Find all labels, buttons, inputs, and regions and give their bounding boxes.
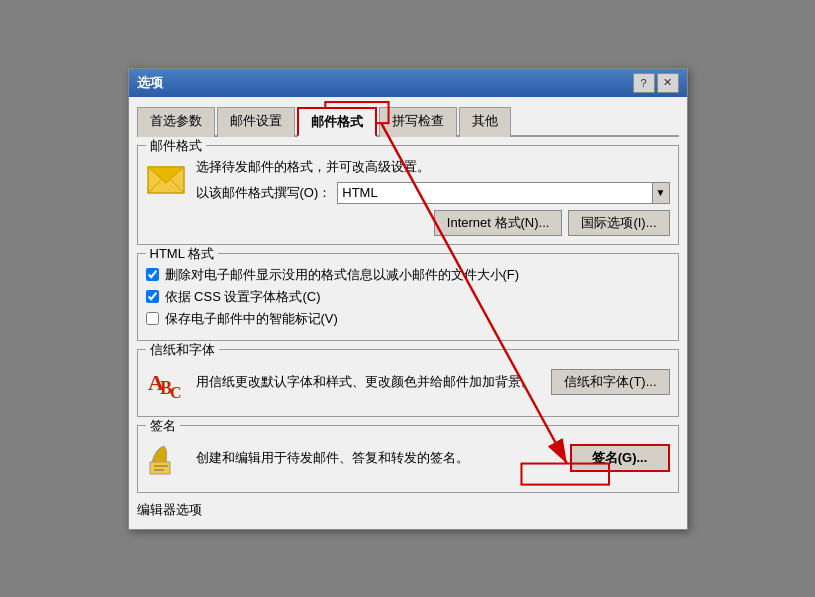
format-buttons-row: Internet 格式(N)... 国际选项(I)...: [146, 210, 670, 236]
format-select-wrapper: HTML 纯文本 RTF ▼: [337, 182, 669, 204]
dialog-body: 首选参数 邮件设置 邮件格式 拼写检查 其他 邮件格式: [129, 97, 687, 529]
html-cb3-label: 保存电子邮件中的智能标记(V): [165, 310, 338, 328]
dialog-wrapper: 选项 ? ✕ 首选参数 邮件设置 邮件格式 拼写检查 其他 邮件格式: [128, 68, 688, 530]
stationery-button[interactable]: 信纸和字体(T)...: [551, 369, 669, 395]
signature-content: 创建和编辑用于待发邮件、答复和转发的签名。 签名(G)...: [146, 434, 670, 478]
stationery-content: A B C 用信纸更改默认字体和样式、更改颜色并给邮件加加背景。 信纸和字体(T…: [146, 358, 670, 402]
help-button[interactable]: ?: [633, 73, 655, 93]
html-format-section-title: HTML 格式: [146, 245, 219, 263]
signature-section-title: 签名: [146, 417, 180, 435]
mail-format-content: 选择待发邮件的格式，并可改高级设置。 以该邮件格式撰写(O)： HTML 纯文本…: [146, 154, 670, 236]
stationery-description: 用信纸更改默认字体和样式、更改颜色并给邮件加加背景。: [196, 374, 534, 389]
editor-options-title: 编辑器选项: [137, 501, 679, 519]
mail-format-row: 选择待发邮件的格式，并可改高级设置。 以该邮件格式撰写(O)： HTML 纯文本…: [146, 158, 670, 204]
title-bar-buttons: ? ✕: [633, 73, 679, 93]
format-select[interactable]: HTML 纯文本 RTF: [337, 182, 669, 204]
svg-text:C: C: [170, 384, 182, 401]
mail-format-section-title: 邮件格式: [146, 137, 206, 155]
signature-description: 创建和编辑用于待发邮件、答复和转发的签名。: [196, 450, 469, 465]
html-format-content: 删除对电子邮件显示没用的格式信息以减小邮件的文件大小(F) 依据 CSS 设置字…: [146, 262, 670, 328]
html-cb1-checkbox[interactable]: [146, 268, 159, 281]
html-cb2-row: 依据 CSS 设置字体格式(C): [146, 288, 670, 306]
signature-icon: [146, 438, 186, 478]
svg-rect-7: [150, 462, 170, 474]
tab-mail-settings[interactable]: 邮件设置: [217, 107, 295, 137]
mail-icon: [146, 163, 186, 198]
stationery-text-block: 用信纸更改默认字体和样式、更改颜色并给邮件加加背景。: [196, 373, 544, 391]
mail-format-section: 邮件格式 选择待发邮件的格式，并可改高级设置。: [137, 145, 679, 245]
html-cb1-label: 删除对电子邮件显示没用的格式信息以减小邮件的文件大小(F): [165, 266, 520, 284]
html-cb2-checkbox[interactable]: [146, 290, 159, 303]
signature-section: 签名 创建和编辑用于待发邮件、答复和转发的签名。 签名(G: [137, 425, 679, 493]
tab-preferences[interactable]: 首选参数: [137, 107, 215, 137]
dialog-title: 选项: [137, 74, 163, 92]
html-format-section: HTML 格式 删除对电子邮件显示没用的格式信息以减小邮件的文件大小(F) 依据…: [137, 253, 679, 341]
internet-format-button[interactable]: Internet 格式(N)...: [434, 210, 563, 236]
tabs-bar: 首选参数 邮件设置 邮件格式 拼写检查 其他: [137, 105, 679, 137]
format-select-label: 以该邮件格式撰写(O)：: [196, 184, 332, 202]
tab-other[interactable]: 其他: [459, 107, 511, 137]
format-select-row: 以该邮件格式撰写(O)： HTML 纯文本 RTF ▼: [196, 182, 670, 204]
html-cb3-row: 保存电子邮件中的智能标记(V): [146, 310, 670, 328]
html-cb3-checkbox[interactable]: [146, 312, 159, 325]
html-cb2-label: 依据 CSS 设置字体格式(C): [165, 288, 321, 306]
options-dialog: 选项 ? ✕ 首选参数 邮件设置 邮件格式 拼写检查 其他 邮件格式: [128, 68, 688, 530]
mail-format-text-block: 选择待发邮件的格式，并可改高级设置。 以该邮件格式撰写(O)： HTML 纯文本…: [196, 158, 670, 204]
signature-text-block: 创建和编辑用于待发邮件、答复和转发的签名。: [196, 449, 562, 467]
stationery-section-title: 信纸和字体: [146, 341, 219, 359]
signature-button[interactable]: 签名(G)...: [570, 444, 670, 472]
stationery-section: 信纸和字体 A B C 用信纸更改默认字体和样式、更改颜色并给邮件加加背景。 信…: [137, 349, 679, 417]
stationery-row: A B C 用信纸更改默认字体和样式、更改颜色并给邮件加加背景。 信纸和字体(T…: [146, 362, 670, 402]
title-bar: 选项 ? ✕: [129, 69, 687, 97]
close-button[interactable]: ✕: [657, 73, 679, 93]
mail-format-description: 选择待发邮件的格式，并可改高级设置。: [196, 158, 670, 176]
tab-spell-check[interactable]: 拼写检查: [379, 107, 457, 137]
select-dropdown-arrow: ▼: [652, 182, 670, 204]
html-cb1-row: 删除对电子邮件显示没用的格式信息以减小邮件的文件大小(F): [146, 266, 670, 284]
signature-row: 创建和编辑用于待发邮件、答复和转发的签名。 签名(G)...: [146, 438, 670, 478]
tab-mail-format[interactable]: 邮件格式: [297, 107, 377, 137]
international-options-button[interactable]: 国际选项(I)...: [568, 210, 669, 236]
stationery-icon: A B C: [146, 362, 186, 402]
